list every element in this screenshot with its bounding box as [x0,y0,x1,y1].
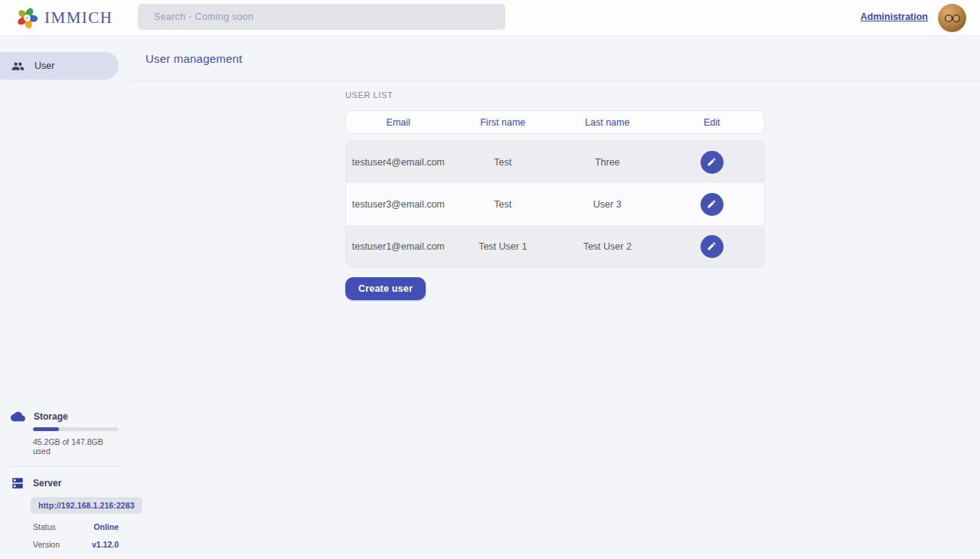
cell-first-name: Test User 1 [451,241,556,252]
storage-title: Storage [34,411,68,422]
cell-last-name: Three [555,157,660,168]
sidebar-divider [11,466,119,466]
pencil-icon [707,241,717,251]
server-header: Server [11,476,119,490]
server-url-badge: http://192.168.1.216:2283 [31,497,142,514]
storage-header: Storage [11,411,119,422]
col-header-email: Email [346,117,451,128]
sidebar: User Storage 45.2GB of 147.8GB used [0,36,130,559]
sidebar-item-user[interactable]: User [0,52,119,80]
version-label: Version [33,540,60,549]
table-row: testuser3@email.com Test User 3 [346,183,764,225]
create-user-button[interactable]: Create user [345,277,426,300]
sidebar-item-user-label: User [34,60,54,71]
col-header-last-name: Last name [555,117,660,128]
brand[interactable]: IMMICH [17,8,113,28]
pencil-icon [707,199,717,209]
edit-user-button[interactable] [701,151,724,174]
table-row: testuser1@email.com Test User 1 Test Use… [346,225,764,267]
user-list-heading: USER LIST [345,90,765,100]
pencil-icon [707,157,717,167]
search-input[interactable] [138,4,505,30]
user-list-section: USER LIST Email First name Last name Edi… [345,90,765,300]
users-group-icon [11,60,24,73]
user-avatar[interactable] [938,4,966,32]
table-row: testuser4@email.com Test Three [346,141,764,183]
glasses-icon [944,14,961,23]
storage-usage-text: 45.2GB of 147.8GB used [33,437,119,456]
administration-link[interactable]: Administration [861,11,928,22]
storage-progress-fill [33,427,59,431]
col-header-edit: Edit [660,117,765,128]
server-status-row: Status Online [33,522,119,531]
topbar: IMMICH Administration [0,0,980,36]
server-version-row: Version v1.12.0 [33,540,119,549]
brand-wordmark: IMMICH [44,8,113,28]
server-title: Server [33,478,61,489]
cell-email: testuser1@email.com [346,241,451,252]
main-content: User management USER LIST Email First na… [130,36,980,559]
status-label: Status [33,522,56,531]
cell-email: testuser3@email.com [346,199,451,210]
cell-first-name: Test [451,157,556,168]
server-icon [11,476,24,490]
cloud-icon [11,411,25,422]
page-header: User management [130,36,980,81]
edit-user-button[interactable] [701,235,724,258]
cell-email: testuser4@email.com [346,157,451,168]
cell-last-name: Test User 2 [555,241,660,252]
table-body: testuser4@email.com Test Three testuser3… [345,140,765,268]
edit-user-button[interactable] [701,193,724,216]
status-value: Online [93,522,119,531]
cell-first-name: Test [451,199,556,210]
page-title: User management [145,52,242,65]
table-header-row: Email First name Last name Edit [345,110,765,134]
cell-last-name: User 3 [555,199,660,210]
version-value: v1.12.0 [92,540,119,549]
storage-progress-bar [33,427,119,431]
sidebar-footer: Storage 45.2GB of 147.8GB used Server ht… [0,411,130,559]
immich-flower-logo-icon [17,8,38,28]
col-header-first-name: First name [451,117,556,128]
